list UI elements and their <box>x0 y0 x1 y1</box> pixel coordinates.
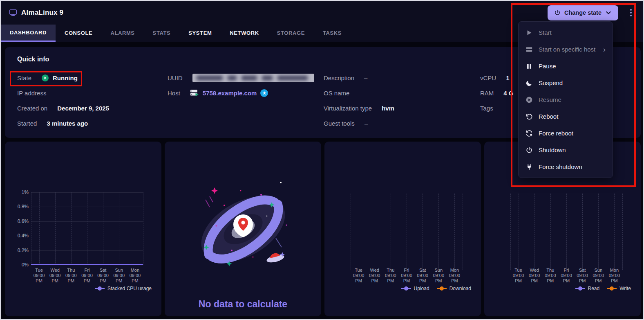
menu-item-force-reboot[interactable]: Force reboot <box>519 125 613 142</box>
field-value: – <box>364 74 367 81</box>
legend-marker <box>95 286 105 291</box>
chart-legend: ReadWrite <box>575 286 631 291</box>
tab-tasks[interactable]: TASKS <box>314 25 351 42</box>
field-label: vCPU <box>480 74 496 81</box>
menu-item-label: Suspend <box>539 79 563 86</box>
legend-marker <box>575 286 585 291</box>
field-value: 4 G <box>503 90 513 97</box>
x-tick: Sat09:00PM <box>415 268 431 284</box>
field-label: State <box>17 74 31 81</box>
monitor-icon <box>9 9 17 17</box>
field-state: StateRunning <box>17 73 168 83</box>
menu-item-label: Force reboot <box>539 130 573 137</box>
legend-marker <box>607 286 617 291</box>
chevron-right-icon: › <box>603 45 606 53</box>
running-state-icon <box>41 74 49 82</box>
network-chart-plot <box>351 194 463 270</box>
field-value: 1 <box>506 74 509 81</box>
y-tick: 0.4% <box>10 233 29 239</box>
x-tick: Tue09:00PM <box>510 268 526 284</box>
change-state-menu: StartStart on specific host›PauseSuspend… <box>518 21 613 178</box>
x-tick: Thu09:00PM <box>382 268 398 284</box>
host-link[interactable]: 5758.example.com <box>203 90 257 97</box>
x-axis-labels: Tue09:00PMWed09:00PMThu09:00PMFri09:00PM… <box>351 268 463 284</box>
menu-item-reboot[interactable]: Reboot <box>519 108 613 125</box>
field-value: – <box>56 90 59 97</box>
x-tick: Wed09:00PM <box>47 268 63 284</box>
field-host: Host5758.example.com★ <box>168 88 324 98</box>
state-value: Running <box>41 74 78 82</box>
field-label: Host <box>168 90 180 97</box>
x-tick: Sun09:00PM <box>590 268 606 284</box>
field-value: – <box>359 90 362 97</box>
y-tick: 0.6% <box>10 219 29 224</box>
tab-stats[interactable]: STATS <box>144 25 180 42</box>
menu-item-start-on-specific-host[interactable]: Start on specific host› <box>519 41 613 58</box>
chart-legend: Stacked CPU usage <box>95 286 152 291</box>
power-icon <box>554 9 561 16</box>
tab-alarms[interactable]: ALARMS <box>101 25 143 42</box>
quick-info-column: StateRunningIP address–Created onDecembe… <box>17 73 168 133</box>
pause-icon <box>525 63 533 70</box>
y-tick: 0.2% <box>10 248 29 253</box>
field-label: Description <box>324 74 354 81</box>
menu-item-shutdown[interactable]: Shutdown <box>519 142 613 158</box>
menu-item-label: Start <box>539 29 552 36</box>
x-tick: Tue09:00PM <box>351 268 367 284</box>
x-tick: Mon09:00PM <box>606 268 622 284</box>
galaxy-illustration <box>192 177 295 277</box>
x-tick: Sat09:00PM <box>575 268 590 284</box>
rotate-ccw-icon <box>525 113 533 120</box>
legend-item-download: Download <box>437 286 471 291</box>
field-value: 3 minutes ago <box>47 120 88 127</box>
x-tick: Wed09:00PM <box>367 268 382 284</box>
menu-item-start[interactable]: Start <box>519 24 613 41</box>
field-description: Description– <box>324 73 480 83</box>
x-tick: Wed09:00PM <box>526 268 542 284</box>
x-tick: Fri09:00PM <box>79 268 95 284</box>
field-label: UUID <box>168 74 183 81</box>
plug-icon <box>525 163 533 171</box>
tab-storage[interactable]: STORAGE <box>268 25 314 42</box>
x-tick: Sun09:00PM <box>431 268 447 284</box>
field-ip-address: IP address– <box>17 88 168 98</box>
chevron-down-icon <box>605 9 612 16</box>
tab-console[interactable]: CONSOLE <box>56 25 101 42</box>
change-state-label: Change state <box>564 9 602 16</box>
vm-title-group: AlmaLinux 9 <box>9 9 63 17</box>
field-uuid: UUID <box>168 73 324 83</box>
legend-item-stacked-cpu-usage: Stacked CPU usage <box>95 286 152 291</box>
kebab-menu-button[interactable] <box>627 7 635 19</box>
field-value: December 9, 2025 <box>57 105 109 112</box>
menu-item-pause[interactable]: Pause <box>519 58 613 74</box>
x-tick: Mon09:00PM <box>127 268 143 284</box>
field-label: RAM <box>480 90 494 97</box>
cpu-zero-line <box>31 264 143 265</box>
cpu-card: 1%0.8%0.6%0.4%0.2%0%Tue09:00PMWed09:00PM… <box>5 142 161 316</box>
tab-dashboard[interactable]: DASHBOARD <box>1 25 56 42</box>
x-tick: Sun09:00PM <box>111 268 127 284</box>
menu-item-suspend[interactable]: Suspend <box>519 74 613 91</box>
primary-host-star-badge: ★ <box>260 89 268 97</box>
quick-info-column: UUIDHost5758.example.com★ <box>168 73 324 133</box>
menu-item-force-shutdown[interactable]: Force shutdown <box>519 158 613 175</box>
field-value: hvm <box>382 105 394 112</box>
x-tick: Fri09:00PM <box>398 268 414 284</box>
tab-network[interactable]: NETWORK <box>221 25 268 42</box>
change-state-button[interactable]: Change state <box>548 5 618 20</box>
x-tick: Tue09:00PM <box>31 268 47 284</box>
menu-item-resume[interactable]: Resume <box>519 91 613 108</box>
vdi-chart-plot <box>510 194 622 270</box>
chart-legend: UploadDownload <box>401 286 471 291</box>
app-window: AlmaLinux 9 Change state DASHBOARDCONSOL… <box>0 0 644 320</box>
quick-info-column: Description–OS name–Virtualization typeh… <box>324 73 480 133</box>
tab-system[interactable]: SYSTEM <box>179 25 221 42</box>
field-label: OS name <box>324 90 349 97</box>
ram-card: No data to calculate <box>165 142 321 316</box>
field-label: Started <box>17 120 37 127</box>
menu-item-label: Pause <box>539 63 556 70</box>
state-text: Running <box>53 74 78 81</box>
legend-marker <box>401 286 411 291</box>
uuid-redacted-value <box>192 74 314 82</box>
no-data-message: No data to calculate <box>165 299 321 310</box>
